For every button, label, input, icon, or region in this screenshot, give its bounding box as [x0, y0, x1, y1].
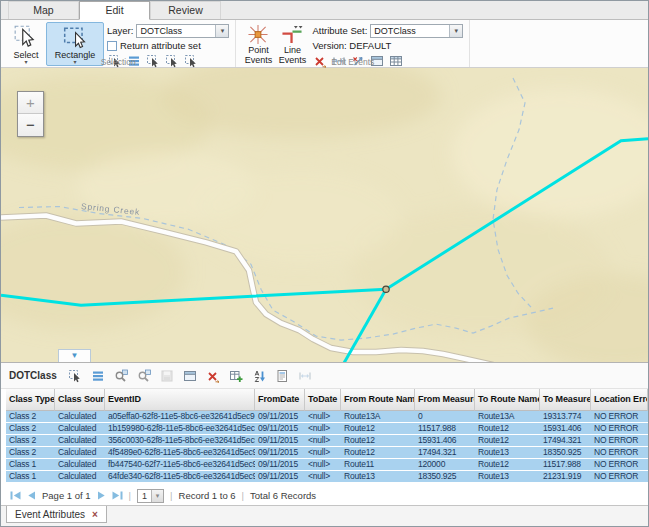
table-cell[interactable]: <null> [305, 459, 341, 471]
zoom-out-button[interactable]: − [18, 114, 43, 136]
attribute-window-icon[interactable] [182, 368, 198, 383]
table-cell[interactable]: 19313.774 [540, 411, 591, 423]
table-cell[interactable]: Class 2 [6, 447, 55, 459]
table-cell[interactable]: Route13A [475, 411, 540, 423]
table-cell[interactable]: 64fde340-62f8-11e5-8bc6-ee32641d5ec9 [105, 471, 255, 483]
tab-event-attributes[interactable]: Event Attributes × [6, 506, 107, 523]
column-header-to-measure[interactable]: To Measure [540, 389, 591, 411]
table-cell[interactable]: Route12 [341, 423, 415, 435]
table-cell[interactable]: 11517.988 [540, 459, 591, 471]
table-cell[interactable]: Route13 [475, 471, 540, 483]
map-canvas[interactable]: Spring Creek + − ▼ [1, 68, 648, 363]
column-header-from-route-name[interactable]: From Route Name [341, 389, 415, 411]
last-page-button[interactable] [112, 491, 123, 500]
table-cell[interactable]: <null> [305, 411, 341, 423]
table-cell[interactable]: 11517.988 [415, 423, 475, 435]
table-cell[interactable]: NO ERROR [591, 435, 648, 447]
table-cell[interactable]: 17494.321 [415, 447, 475, 459]
layer-dropdown[interactable]: DOTClass ▾ [136, 24, 229, 38]
delete-record-icon[interactable] [205, 368, 221, 383]
show-all-records-icon[interactable] [90, 368, 106, 383]
save-edits-icon[interactable] [159, 368, 175, 383]
table-row[interactable]: Class 1Calculated64fde340-62f8-11e5-8bc6… [6, 471, 648, 483]
table-cell[interactable]: Route12 [475, 423, 540, 435]
table-row[interactable]: Class 2Calculateda05effa0-62f8-11e5-8bc6… [6, 411, 648, 423]
table-cell[interactable]: NO ERROR [591, 447, 648, 459]
table-cell[interactable]: Route11 [341, 459, 415, 471]
page-number-dropdown[interactable]: 1 ▾ [137, 489, 164, 503]
table-cell[interactable]: 09/11/2015 [255, 423, 305, 435]
table-cell[interactable]: 0 [415, 411, 475, 423]
table-cell[interactable]: 09/11/2015 [255, 447, 305, 459]
table-cell[interactable]: NO ERROR [591, 423, 648, 435]
table-cell[interactable]: Route13 [341, 471, 415, 483]
table-cell[interactable]: <null> [305, 423, 341, 435]
table-cell[interactable]: 18350.925 [540, 447, 591, 459]
table-cell[interactable]: NO ERROR [591, 471, 648, 483]
table-cell[interactable]: <null> [305, 435, 341, 447]
table-row[interactable]: Class 2Calculated4f5489e0-62f8-11e5-8bc6… [6, 447, 648, 459]
column-header-eventid[interactable]: EventID [105, 389, 255, 411]
next-page-button[interactable] [97, 491, 106, 500]
column-header-from-measure[interactable]: From Measure [415, 389, 475, 411]
column-header-to-route-name[interactable]: To Route Name [475, 389, 540, 411]
tab-edit[interactable]: Edit [79, 1, 150, 20]
table-cell[interactable]: Calculated [55, 411, 105, 423]
return-attribute-set-checkbox[interactable] [107, 41, 117, 51]
table-cell[interactable]: 18350.925 [415, 471, 475, 483]
table-cell[interactable]: Calculated [55, 459, 105, 471]
table-cell[interactable]: Class 2 [6, 423, 55, 435]
zoom-in-button[interactable]: + [18, 92, 43, 114]
column-header-todate[interactable]: ToDate [305, 389, 341, 411]
previous-page-button[interactable] [27, 491, 36, 500]
table-cell[interactable]: <null> [305, 447, 341, 459]
table-cell[interactable]: 09/11/2015 [255, 411, 305, 423]
table-cell[interactable]: 09/11/2015 [255, 435, 305, 447]
table-cell[interactable]: Class 1 [6, 459, 55, 471]
column-header-location-error[interactable]: Location Error [591, 389, 648, 411]
table-cell[interactable]: NO ERROR [591, 459, 648, 471]
table-cell[interactable]: <null> [305, 471, 341, 483]
table-cell[interactable]: 1b159980-62f8-11e5-8bc6-ee32641d5ec9 [105, 423, 255, 435]
tab-map[interactable]: Map [8, 1, 79, 19]
table-row[interactable]: Class 2Calculated1b159980-62f8-11e5-8bc6… [6, 423, 648, 435]
chevron-down-icon[interactable]: ▾ [215, 25, 228, 37]
table-cell[interactable]: Calculated [55, 447, 105, 459]
column-header-fromdate[interactable]: FromDate [255, 389, 305, 411]
panel-collapse-tab[interactable]: ▼ [58, 349, 91, 362]
chevron-down-icon[interactable]: ▾ [449, 25, 462, 37]
sort-records-icon[interactable] [251, 368, 267, 383]
pan-to-record-icon[interactable] [136, 368, 152, 383]
table-cell[interactable]: Route12 [341, 447, 415, 459]
table-cell[interactable]: 15931.406 [415, 435, 475, 447]
zoom-to-record-icon[interactable] [113, 368, 129, 383]
table-cell[interactable]: Class 2 [6, 411, 55, 423]
table-cell[interactable]: Route12 [475, 435, 540, 447]
report-icon[interactable] [274, 368, 290, 383]
table-cell[interactable]: 356c0030-62f8-11e5-8bc6-ee32641d5ec9 [105, 435, 255, 447]
table-cell[interactable]: Calculated [55, 435, 105, 447]
attribute-set-dropdown[interactable]: DOTClass ▾ [370, 24, 463, 38]
table-cell[interactable]: Class 1 [6, 471, 55, 483]
measure-record-icon[interactable] [297, 368, 313, 383]
table-cell[interactable]: Route12 [341, 435, 415, 447]
table-cell[interactable]: 17494.321 [540, 435, 591, 447]
chevron-down-icon[interactable]: ▾ [151, 490, 163, 502]
table-cell[interactable]: Class 2 [6, 435, 55, 447]
table-cell[interactable]: Route12 [475, 459, 540, 471]
tab-review[interactable]: Review [150, 1, 221, 19]
table-cell[interactable]: fb447540-62f7-11e5-8bc6-ee32641d5ec9 [105, 459, 255, 471]
table-row[interactable]: Class 2Calculated356c0030-62f8-11e5-8bc6… [6, 435, 648, 447]
table-row[interactable]: Class 1Calculatedfb447540-62f7-11e5-8bc6… [6, 459, 648, 471]
first-page-button[interactable] [10, 491, 21, 500]
close-icon[interactable]: × [92, 510, 98, 520]
select-records-icon[interactable] [67, 368, 83, 383]
add-records-icon[interactable] [228, 368, 244, 383]
table-cell[interactable]: Route13 [475, 447, 540, 459]
table-cell[interactable]: Route13A [341, 411, 415, 423]
table-cell[interactable]: a05effa0-62f8-11e5-8bc6-ee32641d5ec9 [105, 411, 255, 423]
route-junction-marker[interactable] [383, 286, 389, 292]
table-cell[interactable]: 120000 [415, 459, 475, 471]
table-cell[interactable]: 21231.919 [540, 471, 591, 483]
column-header-class-type[interactable]: Class Type [6, 389, 55, 411]
